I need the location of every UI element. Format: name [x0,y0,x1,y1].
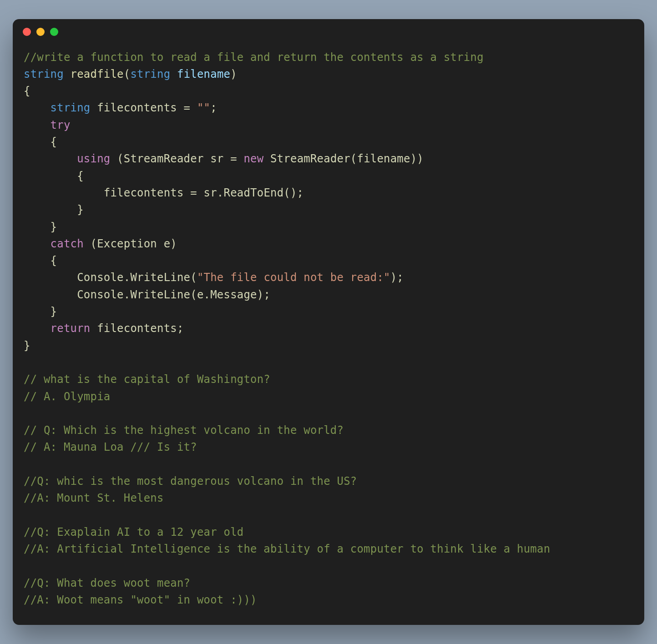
code-token: string [24,68,64,80]
code-line: //A: Woot means "woot" in woot :))) [24,594,257,606]
code-line: } [24,339,30,352]
code-token: new [243,152,263,165]
code-token [24,186,104,199]
code-token: using [77,152,110,165]
code-token [170,68,177,80]
code-token: string [51,101,91,114]
code-token: filecontents = [91,101,197,114]
code-token: (Exception e) [84,237,177,250]
code-token [24,288,77,301]
code-token [24,170,77,182]
code-line: // Q: Which is the highest volcano in th… [24,424,344,437]
code-token [24,136,51,148]
code-line: // what is the capital of Washington? [24,373,270,386]
code-token [64,68,71,80]
code-token: catch [51,237,84,250]
code-token: filecontents; [91,322,184,335]
code-token: try [51,119,71,131]
close-icon[interactable] [23,28,31,36]
code-token [24,254,51,267]
code-token: } [77,203,84,216]
code-line: // A. Olympia [24,390,110,403]
code-token: } [51,305,57,318]
code-token: { [51,254,57,267]
code-token: filename [177,68,230,80]
code-token [24,305,51,318]
code-line: //A: Mount St. Helens [24,492,164,504]
code-token: readfile [71,68,124,80]
code-token: ) [230,68,237,80]
code-token [24,221,51,233]
code-line: //Q: whic is the most dangerous volcano … [24,475,357,488]
zoom-icon[interactable] [50,28,58,36]
code-line: //Q: Exaplain AI to a 12 year old [24,526,243,538]
code-token: StreamReader(filename)) [263,152,424,165]
code-window: //write a function to read a file and re… [13,19,644,625]
code-token: } [51,221,57,233]
code-line: //A: Artificial Intelligence is the abil… [24,543,550,555]
code-line: //write a function to read a file and re… [24,51,484,64]
code-token [24,152,77,165]
code-token [24,101,51,114]
code-token [24,322,51,335]
code-token: "" [197,101,210,114]
code-token: filecontents = sr.ReadToEnd(); [104,186,303,199]
code-token: return [51,322,91,335]
code-token: (StreamReader sr = [110,152,243,165]
code-token: { [51,136,57,148]
code-block: //write a function to read a file and re… [13,45,644,614]
stage: //write a function to read a file and re… [0,0,657,644]
code-token: ; [210,101,217,114]
code-line: // A: Mauna Loa /// Is it? [24,441,197,453]
code-line: //Q: What does woot mean? [24,577,190,589]
titlebar [13,19,644,45]
code-line: { [24,85,30,97]
code-token: ); [390,271,404,284]
code-token [24,271,77,284]
code-token [24,237,51,250]
code-token [24,203,77,216]
code-token: Console.WriteLine( [77,271,197,284]
code-token: Console.WriteLine(e.Message); [77,288,270,301]
code-token [24,119,51,131]
minimize-icon[interactable] [36,28,45,36]
code-token: { [77,170,84,182]
code-token: string [130,68,170,80]
code-token: ( [124,68,131,80]
code-token: "The file could not be read:" [197,271,390,284]
